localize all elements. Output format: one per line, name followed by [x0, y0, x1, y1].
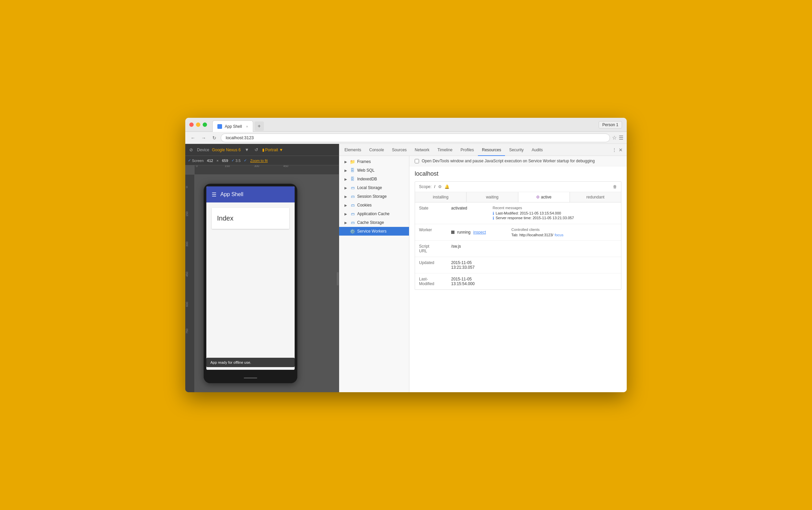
- title-bar: App Shell × + Person 1: [185, 118, 627, 132]
- tab-elements[interactable]: Elements: [340, 144, 365, 156]
- ruler-left-750: 750: [185, 329, 189, 334]
- ruler-top-0: 0: [196, 165, 198, 168]
- app-title: App Shell: [220, 191, 243, 197]
- close-button[interactable]: [189, 122, 193, 127]
- worker-status-area: running inspect: [451, 228, 486, 237]
- sidebar-item-app-cache[interactable]: ▶ 🗃 Application Cache: [339, 209, 409, 218]
- device-toolbar: ⊘ Device Google Nexus 6 ▼ ↺ ▮ Portrait ▼: [185, 144, 339, 156]
- sidebar-item-web-sql[interactable]: ▶ 🗄 Web SQL: [339, 166, 409, 175]
- localstorage-icon: 🗃: [350, 185, 355, 191]
- hamburger-icon: ☰: [212, 191, 216, 198]
- sw-label: Service Workers: [357, 229, 387, 234]
- close-devtools-icon[interactable]: ✕: [619, 147, 623, 152]
- new-tab-button[interactable]: +: [254, 121, 264, 131]
- fullscreen-button[interactable]: [203, 122, 207, 127]
- sw-tab-redundant[interactable]: redundant: [570, 192, 621, 202]
- tab-network[interactable]: Network: [411, 144, 433, 156]
- index-title: Index: [217, 215, 234, 222]
- ruler-top: 0 150 300 450: [194, 165, 339, 175]
- tab-sources[interactable]: Sources: [388, 144, 411, 156]
- sessionstorage-arrow-icon: ▶: [344, 195, 348, 198]
- tab-title: App Shell: [225, 124, 242, 129]
- device-mode-icon[interactable]: ⊘: [188, 147, 194, 153]
- inspect-link[interactable]: inspect: [473, 230, 486, 234]
- state-value: activated: [451, 206, 467, 221]
- sw-debug-checkbox[interactable]: [415, 159, 419, 163]
- zoom-to-fit[interactable]: Zoom to fit: [250, 159, 268, 163]
- cachestorage-icon: 🗃: [350, 220, 355, 225]
- sidebar-item-local-storage[interactable]: ▶ 🗃 Local Storage: [339, 183, 409, 192]
- sw-tab-active[interactable]: ⚙ active: [518, 192, 570, 202]
- browser-window: App Shell × + Person 1 ← → ↻ localhost:3…: [185, 118, 627, 392]
- tab-profiles[interactable]: Profiles: [456, 144, 478, 156]
- scope-settings-icon[interactable]: ⚙: [438, 185, 442, 189]
- swap-dimensions-icon[interactable]: ↺: [253, 147, 260, 153]
- bookmark-icon[interactable]: ☆: [612, 135, 617, 141]
- home-indicator: [244, 377, 257, 378]
- indexeddb-icon: 🗄: [350, 176, 355, 182]
- back-button[interactable]: ←: [189, 134, 197, 142]
- cachestorage-arrow-icon: ▶: [344, 221, 348, 225]
- worker-stop-icon: [451, 231, 454, 234]
- sessionstorage-icon: 🗃: [350, 194, 355, 199]
- ruler-top-content: 0 150 300 450: [194, 165, 339, 174]
- menu-icon[interactable]: ☰: [619, 135, 623, 141]
- toast-message: App ready for offline use.: [206, 358, 295, 367]
- ctrl-client-prefix: Tab: http://localhost:3123/: [511, 233, 553, 237]
- active-label: active: [541, 195, 551, 199]
- devtools-area: ⊘ Device Google Nexus 6 ▼ ↺ ▮ Portrait ▼…: [185, 144, 627, 392]
- sidebar-item-frames[interactable]: ▶ 📁 Frames: [339, 157, 409, 166]
- tab-security[interactable]: Security: [505, 144, 528, 156]
- focus-link[interactable]: focus: [554, 233, 563, 237]
- minimize-button[interactable]: [196, 122, 200, 127]
- browser-tab[interactable]: App Shell ×: [212, 120, 253, 132]
- address-bar[interactable]: localhost:3123: [221, 134, 610, 142]
- sidebar-item-service-workers[interactable]: ⚙️ Service Workers: [339, 227, 409, 235]
- more-tabs-icon[interactable]: ⋮: [612, 147, 617, 152]
- installing-label: installing: [433, 195, 449, 199]
- updated-label: Updated: [419, 260, 446, 270]
- device-bottom-bar: [204, 372, 297, 383]
- tab-close-button[interactable]: ×: [246, 124, 248, 129]
- nav-bar: ← → ↻ localhost:3123 ☆ ☰: [185, 132, 627, 144]
- resize-handle[interactable]: [337, 272, 339, 285]
- device-down-icon[interactable]: ▼: [243, 147, 250, 153]
- tab-resources[interactable]: Resources: [478, 144, 505, 156]
- reload-button[interactable]: ↻: [210, 134, 219, 142]
- ruler-left-600: 600: [185, 302, 189, 307]
- websql-label: Web SQL: [357, 168, 374, 173]
- cookies-icon: 🗃: [350, 202, 355, 208]
- sw-tab-installing[interactable]: installing: [415, 192, 467, 202]
- orientation-icon: ▮: [262, 148, 265, 152]
- orientation-button[interactable]: ▮ Portrait ▼: [262, 148, 283, 152]
- worker-status: running: [457, 230, 471, 234]
- tab-audits[interactable]: Audits: [528, 144, 547, 156]
- tab-console[interactable]: Console: [365, 144, 388, 156]
- device-screen: ☰ App Shell Index: [206, 187, 295, 370]
- screen-height: 659: [222, 159, 228, 163]
- screen-info-bar: ✓ Screen 412 × 659 ✓ 3.5 ✓ Zoom to fit: [185, 156, 339, 165]
- forward-button[interactable]: →: [199, 134, 208, 142]
- scope-bell-icon[interactable]: 🔔: [445, 185, 449, 189]
- tab-timeline[interactable]: Timeline: [433, 144, 456, 156]
- device-name[interactable]: Google Nexus 6: [212, 148, 241, 152]
- sw-msg-1: ℹ Last-Modified: 2015-11-05 13:15:54.000: [492, 211, 574, 216]
- sidebar-item-session-storage[interactable]: ▶ 🗃 Session Storage: [339, 192, 409, 201]
- traffic-lights: [189, 122, 207, 127]
- sw-msg-2: ℹ Server response time: 2015-11-05 13:21…: [492, 216, 574, 221]
- sidebar-item-cookies[interactable]: ▶ 🗃 Cookies: [339, 201, 409, 209]
- profile-button[interactable]: Person 1: [599, 121, 622, 129]
- screen-label: ✓ Screen: [188, 158, 204, 163]
- ruler-left-300: 300: [185, 242, 189, 247]
- sw-tab-waiting[interactable]: waiting: [467, 192, 518, 202]
- sw-script-url-row: ScriptURL /sw.js: [415, 240, 621, 257]
- scope-trash-icon[interactable]: 🗑: [613, 185, 617, 189]
- resources-sidebar: ▶ 📁 Frames ▶ 🗄 Web SQL ▶ 🗄 IndexedDB: [339, 156, 409, 392]
- sidebar-item-cache-storage[interactable]: ▶ 🗃 Cache Storage: [339, 218, 409, 227]
- script-url-value: /sw.js: [451, 244, 461, 253]
- frames-folder-icon: 📁: [350, 159, 355, 164]
- ruler-top-150: 150: [225, 165, 230, 168]
- sidebar-item-indexeddb[interactable]: ▶ 🗄 IndexedDB: [339, 175, 409, 183]
- appcache-icon: 🗃: [350, 211, 355, 217]
- zoom-check-icon: ✓: [244, 158, 247, 163]
